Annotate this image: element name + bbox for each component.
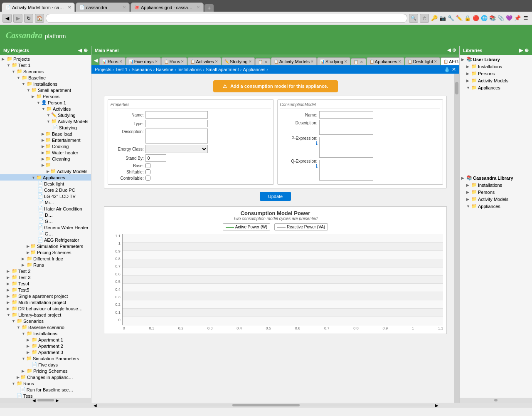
search-button[interactable]: 🔍 bbox=[409, 14, 418, 23]
tree-test5[interactable]: ▶ 📁 Test5 bbox=[0, 287, 91, 293]
cm-name-input[interactable] bbox=[319, 111, 373, 119]
base-checkbox[interactable] bbox=[145, 163, 150, 168]
tab-activities[interactable]: 📋 Activities ✕ bbox=[187, 57, 221, 65]
right-persons[interactable]: ▶ 📁 Persons bbox=[460, 70, 532, 77]
cassandra-library-item[interactable]: ▶ 📚 Cassandra Library bbox=[460, 174, 532, 181]
back-button[interactable]: ◀ bbox=[2, 14, 12, 23]
panel-icon2[interactable]: ⊕ bbox=[84, 47, 88, 53]
ext10[interactable]: 💜 bbox=[505, 15, 513, 22]
browser-tab-appliances[interactable]: 🐙 Appliances grid · cassand... ✕ bbox=[131, 2, 204, 12]
tree-test1[interactable]: ▼ 📁 Test 1 bbox=[0, 62, 91, 68]
tree-pricing[interactable]: ▶ 📁 Pricing Schemes bbox=[0, 249, 91, 255]
user-library-item[interactable]: ▶ 📚 User Library bbox=[460, 56, 532, 63]
ext7[interactable]: 🌐 bbox=[480, 15, 488, 22]
tree-desk-light[interactable]: 📄 Desk light bbox=[0, 181, 91, 187]
tree-projects[interactable]: ▶ 📁 Projects bbox=[0, 56, 91, 62]
tree-multi[interactable]: ▶ 📁 Multi-installation project bbox=[0, 299, 91, 305]
cas-installations[interactable]: ▶ 📁 Installations bbox=[460, 181, 532, 188]
tree-single-apt[interactable]: ▶ 📁 Single apartment project bbox=[0, 293, 91, 299]
tree-scenarios[interactable]: ▼ 📁 Scenarios bbox=[0, 68, 91, 74]
tree-water-heater[interactable]: ▶ 📁 Water heater bbox=[0, 149, 91, 156]
p-expression-info[interactable]: ℹ bbox=[316, 141, 318, 146]
q-expression-info[interactable]: ℹ bbox=[316, 163, 318, 169]
tree-entertainment[interactable]: ▶ 📁 Entertainment bbox=[0, 137, 91, 143]
tree-baseline[interactable]: ▼ 📁 Baseline bbox=[0, 74, 91, 81]
tree-test4[interactable]: ▶ 📁 Test4 bbox=[0, 280, 91, 287]
tree-studying-file[interactable]: 📄 Studying bbox=[0, 124, 91, 131]
tree-dr[interactable]: ▶ 📁 DR behaviour of single household bbox=[0, 305, 91, 312]
tab-studying1[interactable]: ✏️ Studying ✕ bbox=[222, 57, 255, 65]
tree-miele[interactable]: 📄 Miele S512 Vacuum Cle... bbox=[0, 199, 91, 206]
q-expression-input[interactable] bbox=[319, 160, 373, 181]
reload-button[interactable]: ↻ bbox=[24, 14, 33, 23]
tree-library-project[interactable]: ▼ 📁 Library-based project bbox=[0, 312, 91, 318]
h-scroll-left[interactable]: ◀ bbox=[94, 403, 97, 408]
tree-studying-act[interactable]: ▼ ✏️ Studying bbox=[0, 112, 91, 118]
tab-appliances-close[interactable]: ✕ bbox=[398, 59, 401, 64]
tab-desklight-close[interactable]: ✕ bbox=[434, 59, 437, 64]
controllable-checkbox[interactable] bbox=[145, 176, 150, 181]
tree-appliances-folder[interactable]: ▼ 📁 Appliances bbox=[0, 174, 91, 181]
tab3-close[interactable]: ✕ bbox=[197, 5, 200, 10]
home-button[interactable]: 🏠 bbox=[35, 14, 44, 23]
ext8[interactable]: 📚 bbox=[489, 15, 496, 22]
bc-baseline[interactable]: Baseline bbox=[156, 67, 173, 72]
p-expression-input[interactable] bbox=[319, 137, 373, 158]
ext6[interactable]: 🔴 bbox=[472, 15, 480, 22]
stand-by-input[interactable] bbox=[145, 154, 166, 162]
tree-five-days[interactable]: 📄 Five days bbox=[0, 362, 91, 368]
cas-activity-models[interactable]: ▶ 📁 Activity Models bbox=[460, 196, 532, 203]
cas-appliances[interactable]: ▼ 📁 Appliances bbox=[460, 203, 532, 210]
tab2-close[interactable]: ✕ bbox=[123, 5, 126, 10]
ext9[interactable]: 📎 bbox=[497, 15, 505, 22]
tab-empty2[interactable]: 📋 ✕ bbox=[351, 58, 366, 65]
tree-activity-models-sub[interactable]: ▼ 📁 Activity Models bbox=[0, 118, 91, 124]
tab-runs[interactable]: 📊 Runs ✕ bbox=[99, 57, 126, 65]
tree-blank[interactable]: ▶ 📁 bbox=[0, 162, 91, 168]
tree-base-load[interactable]: ▶ 📁 Base load bbox=[0, 131, 91, 137]
scroll-thumb[interactable] bbox=[455, 82, 458, 94]
panel-collapse-icon[interactable]: ◀ bbox=[78, 47, 82, 53]
browser-tab-cassandra[interactable]: 📄 cassandra ✕ bbox=[76, 2, 130, 12]
tab-studying2-close[interactable]: ✕ bbox=[344, 59, 347, 64]
tree-aeg[interactable]: 📄 AEG Refrigerator bbox=[0, 237, 91, 243]
tree-person1[interactable]: ▼ 👤 Person 1 bbox=[0, 99, 91, 106]
ext5[interactable]: 🔒 bbox=[464, 15, 471, 22]
tree-changes[interactable]: ▶ 📁 Changes in appliances and behaviours bbox=[0, 374, 91, 380]
tree-diff-fridge[interactable]: ▶ 📁 Different fridge bbox=[0, 255, 91, 262]
right-panel-icon1[interactable]: ▶ bbox=[519, 47, 523, 53]
description-input[interactable] bbox=[145, 129, 208, 144]
tab-runs-close[interactable]: ✕ bbox=[119, 59, 123, 64]
tab-appliances[interactable]: 📋 Appliances ✕ bbox=[367, 57, 404, 65]
tab-actmodels-close[interactable]: ✕ bbox=[310, 59, 314, 64]
tab-activity-models[interactable]: 📋 Activity Models ✕ bbox=[271, 57, 317, 65]
tab-empty1-close[interactable]: ✕ bbox=[264, 60, 268, 64]
tree-generic-stove[interactable]: 📄 Generic Stove (3/9 Smal... bbox=[0, 218, 91, 224]
tree-delonghi[interactable]: 📄 DeLonghi Coffee Maker bbox=[0, 212, 91, 218]
energy-class-select[interactable] bbox=[145, 145, 208, 153]
cas-persons[interactable]: ▶ 📁 Persons bbox=[460, 188, 532, 196]
right-appliances[interactable]: ▼ 📁 Appliances bbox=[460, 84, 532, 91]
tab-fivedays[interactable]: 📊 Five days ✕ bbox=[126, 57, 161, 65]
tree-runs[interactable]: ▶ 📁 Runs bbox=[0, 262, 91, 268]
tree-small-apt[interactable]: ▼ 📁 Small apartment bbox=[0, 87, 91, 93]
bc-installations[interactable]: Installations bbox=[177, 67, 202, 72]
tree-activity-models[interactable]: ▶ 📁 Activity Models bbox=[0, 168, 91, 174]
tree-core2duo[interactable]: 📄 Core 2 Duo PC bbox=[0, 187, 91, 193]
tree-persons[interactable]: ▶ 📁 Persons bbox=[0, 93, 91, 99]
tree-activities-folder[interactable]: ▼ 📁 Activities bbox=[0, 106, 91, 112]
tab-runs2-close[interactable]: ✕ bbox=[181, 59, 184, 64]
forward-button[interactable]: ▶ bbox=[13, 14, 22, 23]
tab1-close[interactable]: ✕ bbox=[68, 5, 71, 10]
tab-studying2[interactable]: 📊 Studying ✕ bbox=[317, 57, 350, 65]
tab-fivedays-close[interactable]: ✕ bbox=[155, 59, 158, 64]
tree-haier[interactable]: 📄 Haier Air Condition bbox=[0, 206, 91, 212]
tree-baseline-scenario[interactable]: ▼ 📁 Baseline scenario bbox=[0, 324, 91, 330]
type-input[interactable] bbox=[145, 120, 208, 127]
tree-lib-scenarios[interactable]: ▼ 📁 Scenarios bbox=[0, 318, 91, 324]
tree-apt2[interactable]: ▶ 📁 Apartment 2 bbox=[0, 343, 91, 349]
tree-lib-sim[interactable]: ▼ 📁 Simulation Parameters bbox=[0, 355, 91, 362]
tree-installations[interactable]: ▼ 📁 Installations bbox=[0, 81, 91, 87]
new-tab-button[interactable]: + bbox=[204, 4, 214, 12]
right-installations[interactable]: ▶ 📁 Installations bbox=[460, 63, 532, 70]
